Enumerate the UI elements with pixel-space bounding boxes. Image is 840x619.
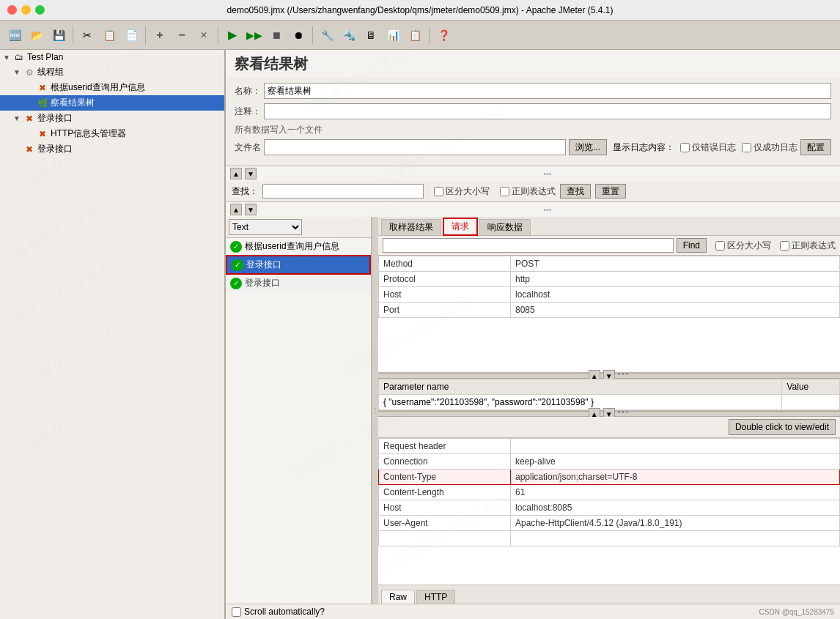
divider1: ▲ ▼ ••• <box>226 166 840 181</box>
comment-input[interactable] <box>264 103 831 119</box>
format-selector[interactable]: Text HTML JSON XML <box>229 219 302 235</box>
add-button[interactable]: + <box>150 25 170 45</box>
detail-panel: 取样器结果 请求 响应数据 Find 区分大小写 <box>378 217 840 604</box>
window-controls[interactable] <box>7 5 45 15</box>
double-click-button[interactable]: Double click to view/edit <box>729 419 836 435</box>
success-log-checkbox-label[interactable]: 仅成功日志 <box>742 141 797 154</box>
header-row-connection: Connection keep-alive <box>379 454 840 470</box>
shutdown-button[interactable]: ⏺ <box>288 25 309 45</box>
display-log-label: 显示日志内容： <box>613 141 674 154</box>
file-section-label: 所有数据写入一个文件 <box>235 124 831 136</box>
tab-response[interactable]: 响应数据 <box>479 219 531 235</box>
param-name-cell: { "username":"201103598", "password":"20… <box>379 395 782 410</box>
detail-case-label[interactable]: 区分大小写 <box>715 240 771 252</box>
tree-item-view-results[interactable]: 🌿 察看结果树 <box>0 95 224 111</box>
error-log-label: 仅错误日志 <box>692 141 736 154</box>
header-row-empty <box>379 531 840 546</box>
table-row-method: Method POST <box>379 256 840 272</box>
request-info-table: Method POST Protocol http Host localhost <box>378 256 840 318</box>
result-item-login2[interactable]: ✓ 登录接口 <box>226 275 371 292</box>
open-button[interactable]: 📂 <box>26 25 47 45</box>
check-icon-green3: ✓ <box>230 278 242 289</box>
tree-item-test-plan[interactable]: ▼ 🗂 Test Plan <box>0 50 224 64</box>
param-col1-header: Parameter name <box>379 379 782 395</box>
config-button[interactable]: 配置 <box>800 139 831 155</box>
tab-request[interactable]: 请求 <box>443 218 478 236</box>
detail-search-input[interactable] <box>383 238 674 253</box>
http-header-label: HTTP信息头管理器 <box>51 127 126 140</box>
regex-checkbox[interactable] <box>500 187 509 196</box>
paste-button[interactable]: 📄 <box>121 25 141 45</box>
scroll-auto-bar: Scroll automatically? CSDN @qq_15283475 <box>226 604 840 619</box>
param-table-area: Parameter name Value { "username":"20110… <box>378 379 840 411</box>
tools2-button[interactable]: 🔩 <box>339 25 359 45</box>
tree-item-thread-group[interactable]: ▼ ⚙ 线程组 <box>0 64 224 80</box>
remove-button[interactable]: − <box>172 25 192 45</box>
browse-button[interactable]: 浏览... <box>569 139 607 155</box>
up-arrow-btn[interactable]: ▲ <box>230 168 242 179</box>
scroll-auto-checkbox[interactable] <box>232 607 241 617</box>
start-no-pause-button[interactable]: ▶▶ <box>244 25 265 45</box>
close-button[interactable] <box>7 5 17 15</box>
method-label: Method <box>379 256 511 272</box>
format-selector-row: Text HTML JSON XML <box>226 217 371 238</box>
name-input[interactable] <box>264 83 831 99</box>
remote-button[interactable]: 🖥 <box>361 25 381 45</box>
error-log-checkbox[interactable] <box>680 143 690 152</box>
clear-button[interactable]: ✕ <box>194 25 214 45</box>
comment-label: 注释： <box>235 105 264 118</box>
header-row-content-length: Content-Length 61 <box>379 485 840 500</box>
case-sensitive-checkbox[interactable] <box>434 187 443 196</box>
thread-group-icon: ⚙ <box>23 67 35 78</box>
detail-regex-checkbox[interactable] <box>780 241 789 251</box>
resize-handle[interactable]: ⋮ <box>372 217 378 604</box>
down-arrow-btn2[interactable]: ▼ <box>245 204 257 215</box>
log-button[interactable]: 📋 <box>405 25 425 45</box>
new-button[interactable]: 🆕 <box>4 25 25 45</box>
result-tree-panel: Text HTML JSON XML ✓ 根据userid查询用户信息 ✓ 登录… <box>226 217 372 604</box>
left-panel: 锋哥教育 Pro 版权 5500 锋哥教育 Pro 版权 5500 锋哥教育 P… <box>0 50 226 619</box>
tab-http[interactable]: HTTP <box>416 590 455 604</box>
search-input[interactable] <box>262 184 424 199</box>
minimize-button[interactable] <box>21 5 31 15</box>
content-length-label: Content-Length <box>379 485 511 500</box>
success-log-checkbox[interactable] <box>742 143 751 152</box>
content-type-label: Content-Type <box>379 470 511 485</box>
tree-item-login-api[interactable]: ▼ ✖ 登录接口 <box>0 111 224 126</box>
separator1 <box>73 26 73 44</box>
detail-case-checkbox[interactable] <box>715 241 725 251</box>
case-sensitive-label[interactable]: 区分大小写 <box>434 185 490 198</box>
separator5 <box>429 26 430 44</box>
stop-button[interactable]: ⏹ <box>266 25 287 45</box>
host-label: Host <box>379 287 511 303</box>
reset-button[interactable]: 重置 <box>595 184 626 199</box>
result-item-userid[interactable]: ✓ 根据userid查询用户信息 <box>226 238 371 255</box>
error-log-checkbox-label[interactable]: 仅错误日志 <box>680 141 736 154</box>
detail-find-button[interactable]: Find <box>677 238 707 253</box>
down-arrow-btn[interactable]: ▼ <box>245 168 257 179</box>
help-button[interactable]: ❓ <box>433 25 454 45</box>
cut-button[interactable]: ✂ <box>77 25 97 45</box>
aggregate-button[interactable]: 📊 <box>383 25 403 45</box>
filename-input[interactable] <box>264 139 566 155</box>
tree-item-userid-query[interactable]: ✖ 根据userid查询用户信息 <box>0 80 224 95</box>
detail-regex-label[interactable]: 正则表达式 <box>780 240 836 252</box>
maximize-button[interactable] <box>35 5 45 15</box>
scroll-auto-label[interactable]: Scroll automatically? <box>232 607 325 617</box>
result-item-login[interactable]: ✓ 登录接口 <box>226 255 371 275</box>
start-button[interactable]: ▶ <box>222 25 243 45</box>
save-button[interactable]: 💾 <box>48 25 69 45</box>
csdn-watermark: CSDN @qq_15283475 <box>759 608 834 616</box>
tab-samples[interactable]: 取样器结果 <box>381 219 441 235</box>
header-table-area: Double click to view/edit Request header… <box>378 417 840 585</box>
tree-item-login-api2[interactable]: ✖ 登录接口 <box>0 141 224 157</box>
test-plan-label: Test Plan <box>27 52 63 62</box>
find-button[interactable]: 查找 <box>560 184 591 199</box>
up-arrow-btn2[interactable]: ▲ <box>230 204 242 215</box>
tree-item-http-header[interactable]: ✖ HTTP信息头管理器 <box>0 126 224 141</box>
regex-label[interactable]: 正则表达式 <box>500 185 556 198</box>
tab-raw[interactable]: Raw <box>381 590 415 604</box>
copy-button[interactable]: 📋 <box>99 25 119 45</box>
port-label: Port <box>379 303 511 318</box>
tools1-button[interactable]: 🔧 <box>317 25 337 45</box>
